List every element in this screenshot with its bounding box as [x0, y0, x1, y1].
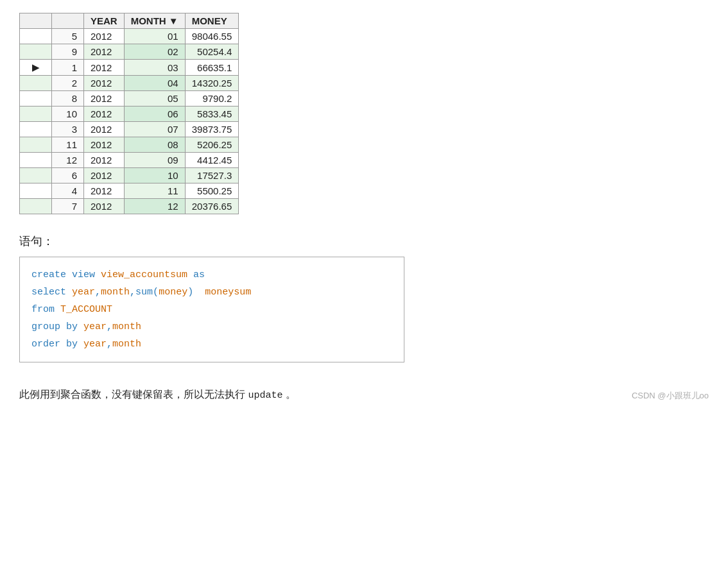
row-num: 9 — [52, 44, 84, 60]
row-num: 12 — [52, 153, 84, 168]
row-money: 98046.55 — [185, 29, 239, 44]
row-indicator — [20, 44, 52, 60]
row-num: 7 — [52, 199, 84, 214]
code-line-1: create view view_accountsum as — [31, 266, 392, 284]
row-month: 01 — [124, 29, 185, 44]
row-month: 11 — [124, 183, 185, 199]
row-indicator — [20, 137, 52, 153]
row-month: 10 — [124, 168, 185, 183]
col-header-year: YEAR — [84, 13, 125, 29]
row-year: 2012 — [84, 122, 125, 137]
row-year: 2012 — [84, 106, 125, 122]
row-indicator — [20, 91, 52, 106]
row-money: 5833.45 — [185, 106, 239, 122]
row-money: 39873.75 — [185, 122, 239, 137]
row-money: 66635.1 — [185, 60, 239, 76]
watermark: CSDN @小跟班儿oo — [632, 390, 709, 402]
section-label: 语句： — [19, 234, 709, 249]
footer-main-text: 此例用到聚合函数，没有键保留表，所以无法执行 update 。 — [19, 388, 619, 402]
footer: 此例用到聚合函数，没有键保留表，所以无法执行 update 。 CSDN @小跟… — [19, 388, 709, 402]
col-header-money: MONEY — [185, 13, 239, 29]
row-year: 2012 — [84, 199, 125, 214]
row-num: 6 — [52, 168, 84, 183]
row-money: 20376.65 — [185, 199, 239, 214]
row-num: 8 — [52, 91, 84, 106]
row-year: 2012 — [84, 76, 125, 91]
row-indicator — [20, 76, 52, 91]
row-money: 9790.2 — [185, 91, 239, 106]
row-indicator: ▶ — [20, 60, 52, 76]
row-indicator — [20, 122, 52, 137]
row-year: 2012 — [84, 29, 125, 44]
row-year: 2012 — [84, 60, 125, 76]
row-num: 11 — [52, 137, 84, 153]
row-month: 04 — [124, 76, 185, 91]
row-num: 4 — [52, 183, 84, 199]
row-month: 03 — [124, 60, 185, 76]
row-month: 12 — [124, 199, 185, 214]
row-year: 2012 — [84, 137, 125, 153]
row-num: 10 — [52, 106, 84, 122]
row-money: 17527.3 — [185, 168, 239, 183]
row-money: 14320.25 — [185, 76, 239, 91]
row-month: 05 — [124, 91, 185, 106]
row-money: 5206.25 — [185, 137, 239, 153]
row-year: 2012 — [84, 153, 125, 168]
footer-inline-code: update — [248, 390, 282, 401]
col-header-month: MONTH ▼ — [124, 13, 185, 29]
row-indicator — [20, 106, 52, 122]
row-indicator — [20, 168, 52, 183]
row-month: 02 — [124, 44, 185, 60]
row-num: 1 — [52, 60, 84, 76]
code-line-3: from T_ACCOUNT — [31, 301, 392, 318]
code-line-4: group by year,month — [31, 318, 392, 336]
row-indicator — [20, 153, 52, 168]
row-month: 07 — [124, 122, 185, 137]
row-year: 2012 — [84, 168, 125, 183]
row-month: 08 — [124, 137, 185, 153]
data-table: YEAR MONTH ▼ MONEY 520120198046.55920120… — [19, 13, 239, 214]
col-header-rownum — [52, 13, 84, 29]
row-money: 5500.25 — [185, 183, 239, 199]
row-indicator — [20, 29, 52, 44]
row-num: 2 — [52, 76, 84, 91]
row-money: 50254.4 — [185, 44, 239, 60]
row-num: 3 — [52, 122, 84, 137]
row-month: 06 — [124, 106, 185, 122]
row-num: 5 — [52, 29, 84, 44]
row-indicator — [20, 183, 52, 199]
row-money: 4412.45 — [185, 153, 239, 168]
row-year: 2012 — [84, 44, 125, 60]
row-indicator — [20, 199, 52, 214]
row-month: 09 — [124, 153, 185, 168]
col-header-indicator — [20, 13, 52, 29]
code-block: create view view_accountsum as select ye… — [19, 257, 404, 362]
row-year: 2012 — [84, 183, 125, 199]
row-year: 2012 — [84, 91, 125, 106]
code-line-2: select year,month,sum(money) moneysum — [31, 284, 392, 301]
code-line-5: order by year,month — [31, 336, 392, 353]
